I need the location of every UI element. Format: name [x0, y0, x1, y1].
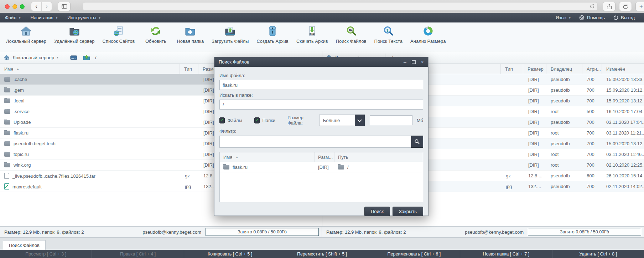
- server-selector[interactable]: Локальный сервер: [12, 55, 54, 60]
- toolbar-label: Обновить: [145, 39, 166, 44]
- menu-tools[interactable]: Инструменты▾: [62, 13, 105, 22]
- tab-search-files[interactable]: Поиск Файлов: [3, 240, 46, 250]
- quota-indicator: Занято 0.08Гб / 50.00Гб: [206, 228, 319, 236]
- column-header-size[interactable]: Размер: [523, 64, 546, 74]
- folders-checkbox[interactable]: ✓: [254, 117, 260, 123]
- search-files-dialog: Поиск Файлов – × Имя файла: Искать в пап…: [214, 57, 429, 216]
- close-window-button[interactable]: [5, 4, 10, 9]
- chevron-down-icon: ▾: [99, 16, 100, 20]
- toolbar-label: Локальный сервер: [6, 39, 46, 44]
- results-column-name[interactable]: Имя▲: [220, 152, 315, 162]
- share-icon: [607, 4, 612, 9]
- function-button[interactable]: Правка [ Ctrl + 4 ]: [92, 250, 183, 258]
- file-type-icon: [4, 88, 10, 92]
- browser-forward-button[interactable]: ›: [41, 2, 52, 11]
- menu-logout-label: Выход: [621, 15, 635, 20]
- chevron-down-icon: ▾: [19, 16, 21, 20]
- file-type-icon: [4, 120, 10, 125]
- minimize-window-button[interactable]: [12, 4, 17, 9]
- toolbar-local-server[interactable]: Локальный сервер: [2, 22, 50, 44]
- dialog-minimize-button[interactable]: –: [404, 60, 406, 65]
- function-button[interactable]: Переместить [ Shift + 5 ]: [276, 250, 368, 258]
- function-button[interactable]: Переименовать [ Ctrl + 6 ]: [368, 250, 460, 258]
- filename-label: Имя файла:: [219, 73, 423, 78]
- filename-input[interactable]: [219, 80, 423, 90]
- search-icon: [414, 139, 420, 145]
- menu-help[interactable]: Помощь: [575, 13, 609, 22]
- filter-search-button[interactable]: [411, 136, 423, 148]
- dialog-maximize-button[interactable]: [412, 60, 416, 64]
- zoom-window-button[interactable]: [20, 4, 25, 9]
- window-controls: [5, 4, 25, 9]
- toolbar-remote-server[interactable]: Удалённый сервер: [50, 22, 99, 44]
- toolbar-site-list[interactable]: Список Сайтов: [99, 22, 139, 44]
- filter-input[interactable]: [219, 136, 411, 148]
- file-type-icon: [4, 77, 10, 82]
- folder-up-icon[interactable]: [83, 55, 90, 61]
- result-row[interactable]: flask.ru [DIR] /: [220, 162, 423, 172]
- dialog-close-button[interactable]: Закрыть: [393, 207, 423, 216]
- toolbar-size-analysis[interactable]: Анализ Размера: [406, 22, 450, 44]
- column-header-type[interactable]: Тип: [501, 64, 523, 74]
- search-folder-input[interactable]: [219, 100, 423, 110]
- share-button[interactable]: [603, 2, 616, 11]
- sidebar-icon: [62, 4, 67, 9]
- files-checkbox[interactable]: ✓: [219, 117, 225, 123]
- column-header-modified[interactable]: Изменён: [602, 64, 644, 74]
- upload-files-icon: [224, 25, 236, 37]
- menu-tools-label: Инструменты: [67, 15, 96, 20]
- files-checkbox-label: Файлы: [228, 118, 242, 123]
- new-tab-button[interactable]: +: [635, 2, 644, 11]
- menu-logout[interactable]: Выход: [609, 13, 639, 22]
- toolbar-download-archive[interactable]: ZIP Скачать Архив: [292, 22, 332, 44]
- site-list-icon: [113, 25, 124, 37]
- toolbar-search-text[interactable]: T Поиск Текста: [370, 22, 406, 44]
- divider: [63, 54, 63, 61]
- size-summary: Размер: 12.9 Mb, папок: 9, файлов: 2: [4, 229, 84, 235]
- power-icon: [613, 15, 618, 20]
- toolbar-label: Поиск Текста: [374, 39, 402, 44]
- menu-navigation[interactable]: Навигация▾: [26, 13, 63, 22]
- size-operator-select[interactable]: Больше: [319, 115, 355, 126]
- url-bar[interactable]: [83, 2, 598, 11]
- dialog-close-icon[interactable]: ×: [421, 60, 424, 65]
- function-button[interactable]: Просмотр [ Ctrl + 3 ]: [0, 250, 92, 258]
- column-header-owner[interactable]: Владелец: [546, 64, 582, 74]
- toolbar-create-archive[interactable]: Создать Архив: [253, 22, 292, 44]
- search-files-icon: [346, 25, 357, 37]
- browser-back-button[interactable]: ‹: [31, 2, 41, 11]
- toolbar-label: Загрузить Файлы: [212, 39, 249, 44]
- toolbar-upload-files[interactable]: Загрузить Файлы: [208, 22, 253, 44]
- column-header-attributes[interactable]: Атри...: [582, 64, 602, 74]
- refresh-icon[interactable]: [590, 4, 594, 9]
- function-button[interactable]: Копировать [ Ctrl + 5 ]: [184, 250, 276, 258]
- toolbar-new-folder[interactable]: Новая папка: [173, 22, 208, 44]
- size-value-input[interactable]: [370, 115, 412, 125]
- function-button[interactable]: Удалить [ Ctrl + 8 ]: [552, 250, 644, 258]
- file-size-label: Размер Файла:: [287, 115, 315, 126]
- sort-asc-icon: ▲: [235, 156, 238, 159]
- bottom-tab-strip: Поиск Файлов: [0, 238, 644, 250]
- column-header-type[interactable]: Тип: [180, 64, 198, 74]
- function-bar: Просмотр [ Ctrl + 3 ] Правка [ Ctrl + 4 …: [0, 250, 644, 258]
- toolbar-refresh[interactable]: Обновить: [139, 22, 173, 44]
- file-type-icon: [4, 183, 9, 189]
- menu-language[interactable]: Язык▾: [551, 13, 575, 22]
- local-server-icon: [20, 25, 32, 37]
- results-column-path[interactable]: Путь: [334, 152, 423, 162]
- sort-asc-icon: ▲: [16, 67, 19, 71]
- results-list: flask.ru [DIR] /: [220, 162, 423, 172]
- sidebar-toggle-button[interactable]: [58, 2, 71, 11]
- search-button[interactable]: Поиск: [364, 207, 390, 216]
- column-header-name[interactable]: Имя▲: [0, 64, 180, 74]
- function-button[interactable]: Новая папка [ Ctrl + 7 ]: [460, 250, 552, 258]
- toolbar-search-files[interactable]: Поиск Файлов: [332, 22, 370, 44]
- right-status-bar: Размер: 12.9 Mb, папок: 9, файлов: 2 pse…: [322, 227, 644, 237]
- size-operator-dropdown-button[interactable]: [355, 115, 365, 126]
- dialog-titlebar[interactable]: Поиск Файлов – ×: [214, 57, 428, 67]
- svg-text:T: T: [386, 28, 389, 33]
- disk-icon[interactable]: [70, 55, 77, 61]
- tab-overview-button[interactable]: [619, 2, 632, 11]
- results-column-size[interactable]: Разм...: [315, 152, 334, 162]
- menu-file[interactable]: Файл▾: [0, 13, 26, 22]
